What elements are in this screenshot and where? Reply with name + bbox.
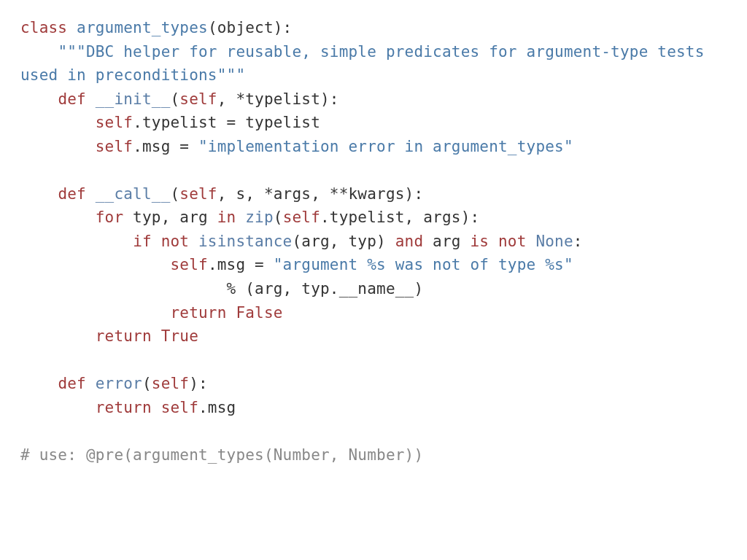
keyword-def: def — [58, 90, 95, 108]
base-class: object — [217, 19, 274, 36]
builtin-none: None — [535, 233, 573, 250]
keyword-def: def — [58, 185, 95, 203]
indent — [20, 280, 227, 298]
assign: .typelist = typelist — [133, 114, 320, 131]
class-name: argument_types — [77, 19, 208, 36]
code-line: if not isinstance(arg, typ) and arg is n… — [20, 233, 583, 250]
space — [152, 327, 161, 345]
space — [236, 209, 245, 226]
loop-vars: typ, arg — [123, 209, 217, 226]
params: , *typelist): — [217, 90, 339, 108]
code-line: class argument_types(object): — [20, 19, 292, 36]
keyword-if: if — [133, 233, 152, 250]
indent — [20, 90, 58, 108]
builtin-zip: zip — [245, 209, 274, 226]
code-line: % (arg, typ.__name__) — [20, 280, 423, 298]
indent — [20, 399, 96, 416]
colon: : — [573, 233, 583, 250]
code-line: self.msg = "argument %s was not of type … — [20, 256, 573, 273]
indent — [20, 304, 171, 322]
self-ref: self — [161, 399, 198, 416]
code-line: def __call__(self, s, *args, **kwargs): — [20, 185, 423, 203]
assign: .msg = — [208, 256, 274, 273]
code-line: self.msg = "implementation error in argu… — [20, 138, 573, 155]
zip-args: .typelist, args): — [320, 209, 479, 226]
space — [227, 304, 236, 322]
code-block: class argument_types(object): """DBC hel… — [0, 0, 747, 483]
space — [152, 399, 161, 416]
indent — [20, 114, 96, 131]
code-line: return False — [20, 304, 283, 322]
paren-open: ( — [142, 375, 152, 392]
indent — [20, 185, 58, 203]
indent — [20, 233, 133, 250]
keyword-and: and — [395, 233, 424, 250]
space — [189, 233, 198, 250]
code-line: """DBC helper for reusable, simple predi… — [20, 43, 713, 85]
paren-close: ): — [189, 375, 208, 392]
space — [152, 233, 161, 250]
indent — [20, 209, 96, 226]
keyword-class: class — [20, 19, 77, 36]
paren-open: ( — [171, 185, 180, 203]
self-param: self — [179, 185, 217, 203]
paren-open: ( — [208, 19, 217, 36]
keyword-for: for — [96, 209, 124, 226]
code-line: self.typelist = typelist — [20, 114, 320, 131]
params: , s, *args, **kwargs): — [217, 185, 424, 203]
dunder-call: __call__ — [96, 185, 171, 203]
keyword-in: in — [217, 209, 236, 226]
self-ref: self — [96, 138, 133, 155]
code-line: return True — [20, 327, 198, 345]
self-ref: self — [171, 256, 208, 273]
indent — [20, 375, 58, 392]
string-literal: "argument %s was not of type %s" — [274, 256, 573, 273]
format-args: % (arg, typ.__name__) — [227, 280, 424, 298]
keyword-is: is — [471, 233, 489, 250]
call-args: (arg, typ) — [292, 233, 395, 250]
keyword-return: return — [171, 304, 227, 322]
indent — [20, 138, 96, 155]
code-line: # use: @pre(argument_types(Number, Numbe… — [20, 446, 423, 464]
indent — [20, 43, 58, 61]
expr: arg — [423, 233, 470, 250]
paren-open: ( — [171, 90, 180, 108]
paren-close: ): — [274, 19, 293, 36]
method-error: error — [96, 375, 142, 392]
keyword-not: not — [498, 233, 527, 250]
code-line: def error(self): — [20, 375, 208, 392]
code-line: for typ, arg in zip(self.typelist, args)… — [20, 209, 479, 226]
self-param: self — [179, 90, 217, 108]
assign: .msg = — [133, 138, 198, 155]
keyword-return: return — [96, 399, 152, 416]
code-line: return self.msg — [20, 399, 236, 416]
builtin-false: False — [236, 304, 282, 322]
space — [489, 233, 498, 250]
docstring: """DBC helper for reusable, simple predi… — [58, 43, 526, 61]
indent — [20, 327, 96, 345]
string-literal: "implementation error in argument_types" — [198, 138, 573, 155]
builtin-true: True — [161, 327, 198, 345]
self-ref: self — [96, 114, 133, 131]
builtin-isinstance: isinstance — [198, 233, 292, 250]
self-param: self — [152, 375, 189, 392]
self-ref: self — [283, 209, 320, 226]
indent — [20, 256, 171, 273]
code-line: def __init__(self, *typelist): — [20, 90, 339, 108]
paren-open: ( — [274, 209, 283, 226]
attr: .msg — [198, 399, 236, 416]
keyword-return: return — [96, 327, 152, 345]
dunder-init: __init__ — [96, 90, 171, 108]
space — [527, 233, 536, 250]
keyword-not: not — [161, 233, 190, 250]
comment: # use: @pre(argument_types(Number, Numbe… — [20, 446, 423, 464]
keyword-def: def — [58, 375, 95, 392]
